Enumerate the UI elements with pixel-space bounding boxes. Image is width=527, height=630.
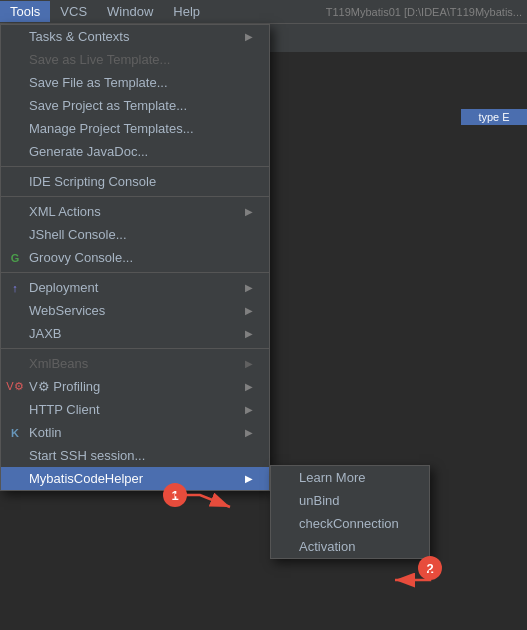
separator-1	[1, 166, 269, 167]
deployment-icon: ↑	[7, 280, 23, 296]
menu-item-save-project[interactable]: Save Project as Template...	[1, 94, 269, 117]
menu-item-xml-actions[interactable]: XML Actions ▶	[1, 200, 269, 223]
menu-item-mybatis[interactable]: MybatisCodeHelper ▶	[1, 467, 269, 490]
submenu-arrow-profiling: ▶	[245, 381, 253, 392]
mybatis-submenu: Learn More unBind checkConnection Activa…	[270, 465, 430, 559]
submenu-arrow-xml2: ▶	[245, 358, 253, 369]
menu-tools[interactable]: Tools	[0, 1, 50, 22]
submenu-arrow-tasks: ▶	[245, 31, 253, 42]
annotation-1: 1	[163, 483, 187, 507]
menu-item-deployment[interactable]: ↑ Deployment ▶	[1, 276, 269, 299]
type-badge: type E	[461, 109, 527, 125]
menu-item-ssh[interactable]: Start SSH session...	[1, 444, 269, 467]
menu-item-webservices[interactable]: WebServices ▶	[1, 299, 269, 322]
submenu-arrow-mybatis: ▶	[245, 473, 253, 484]
submenu-arrow-jaxb: ▶	[245, 328, 253, 339]
annotation-2: 2	[418, 556, 442, 580]
menu-item-tasks[interactable]: Tasks & Contexts ▶	[1, 25, 269, 48]
submenu-arrow-deploy: ▶	[245, 282, 253, 293]
submenu-arrow-ws: ▶	[245, 305, 253, 316]
menu-item-manage[interactable]: Manage Project Templates...	[1, 117, 269, 140]
window-title: T119Mybatis01 [D:\IDEA\T119Mybatis...	[326, 6, 527, 18]
menu-item-jshell[interactable]: JShell Console...	[1, 223, 269, 246]
submenu-arrow-kotlin: ▶	[245, 427, 253, 438]
submenu-arrow-http: ▶	[245, 404, 253, 415]
menu-item-learn-more[interactable]: Learn More	[271, 466, 429, 489]
menu-item-kotlin[interactable]: K Kotlin ▶	[1, 421, 269, 444]
menu-item-unbind[interactable]: unBind	[271, 489, 429, 512]
menu-window[interactable]: Window	[97, 1, 163, 22]
menu-item-javadoc[interactable]: Generate JavaDoc...	[1, 140, 269, 163]
menu-item-save-file[interactable]: Save File as Template...	[1, 71, 269, 94]
menu-item-groovy[interactable]: G Groovy Console...	[1, 246, 269, 269]
menu-item-check-connection[interactable]: checkConnection	[271, 512, 429, 535]
separator-4	[1, 348, 269, 349]
menu-item-http[interactable]: HTTP Client ▶	[1, 398, 269, 421]
tools-dropdown: Tasks & Contexts ▶ Save as Live Template…	[0, 24, 270, 491]
separator-3	[1, 272, 269, 273]
menu-item-ide-scripting[interactable]: IDE Scripting Console	[1, 170, 269, 193]
menu-help[interactable]: Help	[163, 1, 210, 22]
menu-item-save-live: Save as Live Template...	[1, 48, 269, 71]
groovy-icon: G	[7, 250, 23, 266]
separator-2	[1, 196, 269, 197]
menu-item-jaxb[interactable]: JAXB ▶	[1, 322, 269, 345]
submenu-arrow-xml: ▶	[245, 206, 253, 217]
menu-item-profiling[interactable]: V⚙ V⚙ Profiling ▶	[1, 375, 269, 398]
menu-bar: Tools VCS Window Help T119Mybatis01 [D:\…	[0, 0, 527, 24]
profiling-icon: V⚙	[7, 379, 23, 395]
menu-vcs[interactable]: VCS	[50, 1, 97, 22]
menu-item-activation[interactable]: Activation	[271, 535, 429, 558]
kotlin-icon: K	[7, 425, 23, 441]
menu-item-xmlbeans: XmlBeans ▶	[1, 352, 269, 375]
